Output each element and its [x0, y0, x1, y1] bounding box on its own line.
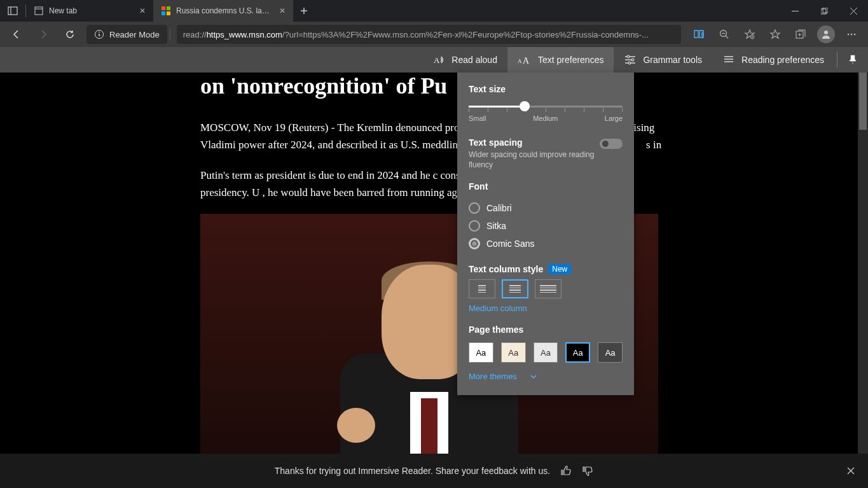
text-spacing-title: Text spacing: [469, 137, 600, 148]
theme-white-button[interactable]: Aa: [469, 342, 493, 363]
settings-menu-icon[interactable]: [839, 22, 864, 47]
grammar-tools-button[interactable]: Grammar tools: [614, 47, 712, 73]
content-area: on 'nonrecognition' of Pu MOSCOW, Nov 19…: [0, 73, 868, 488]
favorite-star-icon[interactable]: [737, 22, 762, 47]
svg-rect-11: [821, 9, 826, 14]
info-icon: [94, 29, 104, 39]
url-field[interactable]: read://https_www.msn.com/?url=https%3A%2…: [177, 25, 681, 44]
svg-point-41: [628, 62, 631, 64]
svg-point-40: [631, 59, 634, 61]
minimize-button[interactable]: [780, 0, 809, 22]
refresh-button[interactable]: [57, 22, 83, 47]
read-aloud-icon: A: [432, 53, 445, 66]
reader-toolbar: A Read aloud AA Text preferences Grammar…: [0, 47, 868, 73]
new-tab-button[interactable]: [293, 0, 315, 22]
column-current-label: Medium column: [469, 303, 623, 313]
text-spacing-subtitle: Wider spacing could improve reading flue…: [469, 150, 600, 170]
svg-rect-2: [35, 7, 43, 15]
svg-rect-7: [167, 11, 170, 15]
svg-text:A: A: [523, 56, 530, 66]
vertical-scrollbar[interactable]: [858, 73, 868, 454]
read-aloud-button[interactable]: A Read aloud: [422, 47, 507, 73]
font-option-comic-sans[interactable]: Comic Sans: [469, 235, 623, 253]
close-tab-icon[interactable]: ✕: [279, 6, 286, 15]
svg-rect-12: [823, 8, 828, 13]
more-themes-link[interactable]: More themes: [469, 372, 623, 381]
profile-avatar[interactable]: [813, 22, 839, 47]
chevron-down-icon: [530, 373, 537, 380]
svg-line-19: [726, 36, 728, 38]
svg-point-29: [824, 31, 828, 34]
text-size-title: Text size: [469, 84, 623, 94]
tab-title: Russia condemns U.S. lawmakers: [176, 6, 272, 15]
theme-gray-button[interactable]: Aa: [534, 342, 558, 363]
font-title: Font: [469, 181, 623, 192]
column-medium-button[interactable]: [502, 279, 528, 298]
immersive-reader-icon[interactable]: [686, 22, 712, 47]
svg-point-30: [848, 34, 849, 35]
svg-point-17: [99, 32, 100, 33]
svg-text:A: A: [518, 58, 522, 64]
theme-black-button[interactable]: Aa: [565, 342, 590, 363]
reader-mode-label: Reader Mode: [109, 30, 160, 39]
text-prefs-icon: AA: [518, 53, 532, 66]
theme-sepia-button[interactable]: Aa: [501, 342, 526, 363]
close-window-button[interactable]: [839, 0, 868, 22]
column-narrow-button[interactable]: [469, 279, 495, 298]
font-option-sitka[interactable]: Sitka: [469, 217, 623, 235]
address-bar: Reader Mode read://https_www.msn.com/?ur…: [0, 22, 868, 47]
new-badge: New: [548, 264, 571, 274]
feedback-text: Thanks for trying out Immersive Reader. …: [275, 466, 550, 476]
svg-point-32: [854, 34, 855, 35]
titlebar: New tab ✕ Russia condemns U.S. lawmakers…: [0, 0, 868, 22]
page-themes-title: Page themes: [469, 324, 623, 335]
tab-new-tab[interactable]: New tab ✕: [26, 0, 153, 22]
text-preferences-panel: Text size Small Medium Large Text spacin…: [457, 73, 634, 395]
thumbs-down-icon[interactable]: [582, 465, 593, 477]
svg-rect-6: [162, 11, 165, 15]
reading-prefs-icon: [722, 53, 735, 66]
scrollbar-thumb[interactable]: [859, 73, 867, 130]
back-button[interactable]: [4, 22, 29, 47]
tab-actions-button[interactable]: [0, 0, 25, 22]
grammar-icon: [624, 53, 637, 66]
svg-point-31: [851, 34, 852, 35]
tab-title: New tab: [49, 6, 77, 15]
theme-dark-gray-button[interactable]: Aa: [598, 342, 623, 363]
text-spacing-toggle[interactable]: [600, 139, 623, 149]
maximize-button[interactable]: [809, 0, 839, 22]
reader-mode-badge[interactable]: Reader Mode: [86, 25, 167, 44]
text-preferences-button[interactable]: AA Text preferences: [507, 47, 614, 73]
collections-icon[interactable]: [788, 22, 813, 47]
page-icon: [34, 6, 44, 16]
favorites-icon[interactable]: [762, 22, 788, 47]
reading-preferences-button[interactable]: Reading preferences: [712, 47, 834, 73]
zoom-icon[interactable]: [712, 22, 737, 47]
svg-rect-4: [162, 6, 165, 10]
font-option-calibri[interactable]: Calibri: [469, 199, 623, 217]
msn-favicon: [161, 6, 171, 16]
close-tab-icon[interactable]: ✕: [139, 6, 146, 15]
close-feedback-icon[interactable]: [846, 466, 855, 475]
svg-rect-0: [8, 7, 17, 15]
svg-rect-5: [167, 6, 170, 10]
svg-point-39: [627, 55, 630, 58]
tab-russia-article[interactable]: Russia condemns U.S. lawmakers ✕: [153, 0, 293, 22]
pin-toolbar-button[interactable]: [840, 47, 865, 73]
forward-button[interactable]: [31, 22, 56, 47]
svg-text:A: A: [434, 55, 440, 65]
column-style-title: Text column style: [469, 264, 543, 274]
thumbs-up-icon[interactable]: [560, 465, 572, 477]
text-size-slider[interactable]: Small Medium Large: [469, 102, 623, 127]
feedback-bar: Thanks for trying out Immersive Reader. …: [0, 454, 868, 488]
column-wide-button[interactable]: [535, 279, 561, 298]
